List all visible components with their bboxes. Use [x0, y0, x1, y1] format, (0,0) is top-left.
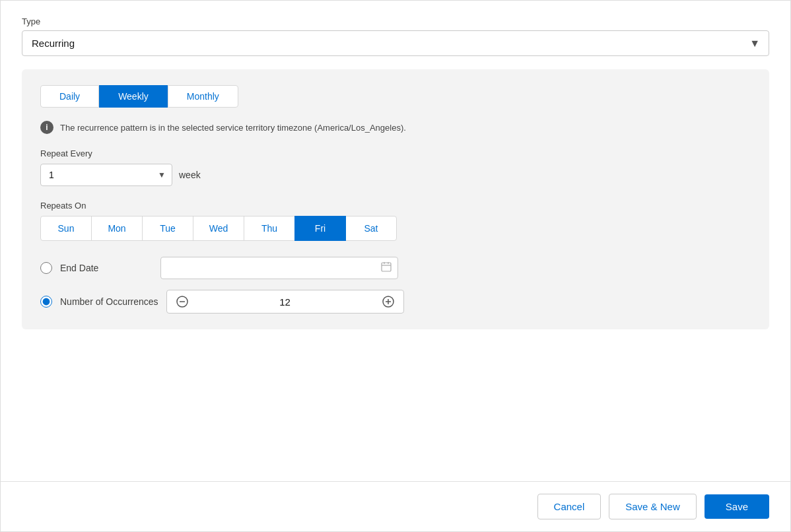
- occurrences-value[interactable]: [197, 296, 373, 308]
- day-sat[interactable]: Sat: [345, 216, 397, 241]
- end-date-label: End Date: [60, 263, 153, 273]
- day-wed[interactable]: Wed: [193, 216, 244, 241]
- calendar-icon: [381, 261, 392, 275]
- repeats-on-label: Repeats On: [40, 201, 751, 211]
- occurrences-wrapper: [166, 290, 404, 314]
- tab-daily[interactable]: Daily: [40, 85, 99, 108]
- cancel-button[interactable]: Cancel: [537, 494, 602, 519]
- save-new-button[interactable]: Save & New: [609, 494, 697, 519]
- day-sun[interactable]: Sun: [40, 216, 92, 241]
- day-fri[interactable]: Fri: [294, 216, 346, 241]
- info-banner: i The recurrence pattern is in the selec…: [40, 121, 751, 134]
- footer-bar: Cancel Save & New Save: [1, 482, 790, 531]
- type-select-wrapper: Recurring ▼: [22, 30, 769, 56]
- occurrences-row: Number of Occurrences: [40, 290, 751, 314]
- end-date-row: End Date: [40, 257, 751, 279]
- info-icon: i: [40, 121, 53, 134]
- tab-weekly[interactable]: Weekly: [99, 85, 168, 108]
- day-buttons: Sun Mon Tue Wed Thu Fri Sat: [40, 216, 751, 241]
- day-thu[interactable]: Thu: [244, 216, 295, 241]
- date-input[interactable]: [160, 257, 398, 279]
- day-tue[interactable]: Tue: [142, 216, 193, 241]
- repeat-every-select-wrapper: 1 2 3 4 ▼: [40, 164, 172, 186]
- type-select[interactable]: Recurring: [22, 30, 769, 56]
- save-button[interactable]: Save: [705, 494, 769, 519]
- repeat-every-section: Repeat Every 1 2 3 4 ▼ week: [40, 149, 751, 186]
- recurrence-tabs: Daily Weekly Monthly: [40, 85, 751, 108]
- date-input-wrapper: [160, 257, 398, 279]
- occurrences-label: Number of Occurrences: [60, 296, 158, 307]
- repeats-on-section: Repeats On Sun Mon Tue Wed Thu Fri Sat: [40, 201, 751, 241]
- repeat-every-row: 1 2 3 4 ▼ week: [40, 164, 751, 186]
- day-mon[interactable]: Mon: [91, 216, 143, 241]
- end-date-radio[interactable]: [40, 262, 52, 274]
- svg-rect-0: [382, 263, 391, 271]
- tab-monthly[interactable]: Monthly: [168, 85, 238, 108]
- occurrences-decrement-button[interactable]: [167, 290, 197, 313]
- info-banner-text: The recurrence pattern is in the selecte…: [60, 123, 406, 133]
- occurrences-increment-button[interactable]: [373, 290, 403, 313]
- type-label: Type: [22, 17, 769, 26]
- repeat-every-label: Repeat Every: [40, 149, 751, 158]
- recurrence-panel: Daily Weekly Monthly i The recurrence pa…: [22, 69, 769, 329]
- repeat-every-unit: week: [179, 170, 201, 180]
- repeat-every-select[interactable]: 1 2 3 4: [40, 164, 172, 186]
- end-options: End Date Number of Occur: [40, 257, 751, 314]
- type-section: Type Recurring ▼: [22, 17, 769, 56]
- occurrences-radio[interactable]: [40, 296, 52, 308]
- main-content: Type Recurring ▼ Daily Weekly Monthly i …: [1, 1, 790, 481]
